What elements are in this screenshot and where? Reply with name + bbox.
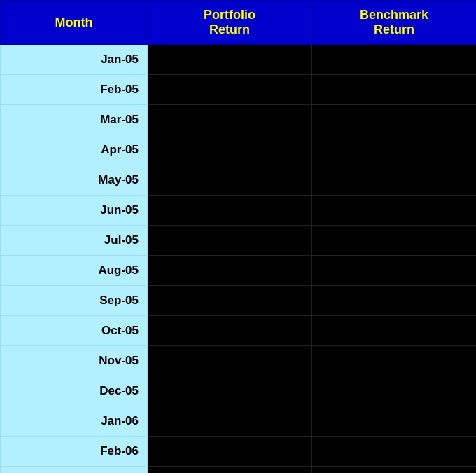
portfolio-cell <box>148 346 312 376</box>
month-cell: May-05 <box>1 165 148 196</box>
benchmark-cell <box>312 376 477 406</box>
main-container: Month PortfolioReturn BenchmarkReturn Ja… <box>0 0 476 473</box>
portfolio-cell <box>148 226 312 256</box>
portfolio-cell <box>148 467 312 474</box>
portfolio-cell <box>148 286 312 316</box>
portfolio-cell <box>148 45 312 75</box>
table-row: Mar-05 <box>1 105 477 135</box>
benchmark-cell <box>312 196 477 226</box>
benchmark-cell <box>312 286 477 316</box>
benchmark-cell <box>312 226 477 256</box>
month-cell: Feb-06 <box>1 437 148 467</box>
table-row: Mar-06 <box>1 467 477 474</box>
table-row: May-05 <box>1 165 477 196</box>
table-row: Jan-05 <box>1 45 477 75</box>
benchmark-cell <box>312 45 477 75</box>
portfolio-cell <box>148 406 312 437</box>
benchmark-cell <box>312 406 477 437</box>
month-cell: Jan-06 <box>1 406 148 437</box>
month-cell: Feb-05 <box>1 75 148 105</box>
month-cell: Dec-05 <box>1 376 148 406</box>
month-cell: Mar-05 <box>1 105 148 135</box>
table-row: Feb-06 <box>1 437 477 467</box>
table-row: Jul-05 <box>1 226 477 256</box>
portfolio-cell <box>148 196 312 226</box>
month-cell: Oct-05 <box>1 316 148 346</box>
table-row: Jan-06 <box>1 406 477 437</box>
portfolio-cell <box>148 256 312 286</box>
benchmark-cell <box>312 135 477 165</box>
portfolio-cell <box>148 316 312 346</box>
table-row: Apr-05 <box>1 135 477 165</box>
month-cell: Apr-05 <box>1 135 148 165</box>
month-cell: Aug-05 <box>1 256 148 286</box>
benchmark-cell <box>312 105 477 135</box>
header-row: Month PortfolioReturn BenchmarkReturn <box>1 1 477 45</box>
month-header: Month <box>1 1 148 45</box>
benchmark-cell <box>312 467 477 474</box>
table-row: Dec-05 <box>1 376 477 406</box>
month-cell: Nov-05 <box>1 346 148 376</box>
benchmark-cell <box>312 75 477 105</box>
portfolio-cell <box>148 75 312 105</box>
month-cell: Jul-05 <box>1 226 148 256</box>
table-row: Nov-05 <box>1 346 477 376</box>
table-row: Jun-05 <box>1 196 477 226</box>
benchmark-cell <box>312 256 477 286</box>
benchmark-cell <box>312 346 477 376</box>
table-row: Feb-05 <box>1 75 477 105</box>
benchmark-header: BenchmarkReturn <box>312 1 477 45</box>
benchmark-cell <box>312 316 477 346</box>
portfolio-cell <box>148 135 312 165</box>
table-row: Aug-05 <box>1 256 477 286</box>
benchmark-cell <box>312 165 477 196</box>
portfolio-cell <box>148 105 312 135</box>
portfolio-header: PortfolioReturn <box>148 1 312 45</box>
benchmark-cell <box>312 437 477 467</box>
month-cell: Jun-05 <box>1 196 148 226</box>
month-cell: Jan-05 <box>1 45 148 75</box>
portfolio-cell <box>148 437 312 467</box>
returns-table: Month PortfolioReturn BenchmarkReturn Ja… <box>0 0 476 473</box>
month-cell: Sep-05 <box>1 286 148 316</box>
table-row: Oct-05 <box>1 316 477 346</box>
portfolio-cell <box>148 376 312 406</box>
portfolio-cell <box>148 165 312 196</box>
table-row: Sep-05 <box>1 286 477 316</box>
month-cell: Mar-06 <box>1 467 148 474</box>
